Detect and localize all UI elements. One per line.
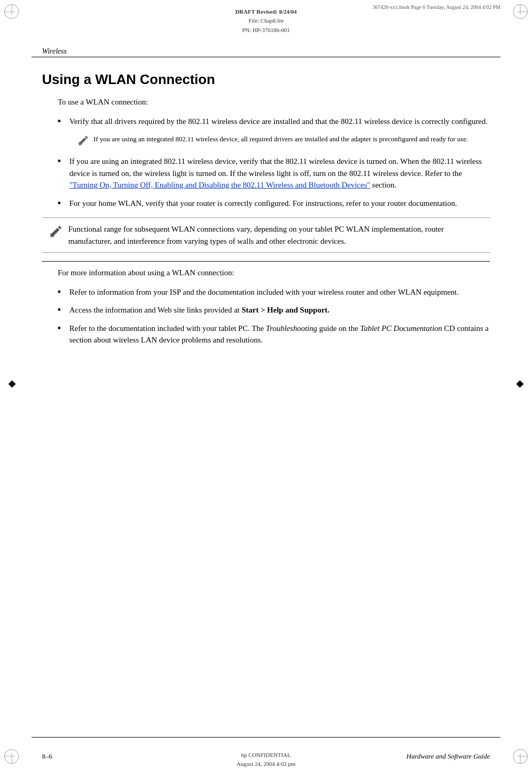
footer-page-number: 8–6 [42, 752, 53, 761]
section-divider [42, 261, 490, 262]
footer-confidential: hp CONFIDENTIAL [236, 751, 295, 760]
note-pencil-icon-2 [49, 224, 63, 238]
section-label: Wireless [42, 47, 67, 56]
footer-center: hp CONFIDENTIAL August 24, 2004 4:02 pm [236, 751, 295, 768]
side-mark-left [9, 381, 15, 387]
draft-header: DRAFT Revised: 8/24/04 File: Chap8.fm PN… [235, 7, 297, 35]
more-2-bold: Start > Help and Support. [242, 306, 329, 314]
page-title: Using a WLAN Connection [42, 71, 490, 88]
more-3-part2: guide on the [317, 324, 360, 333]
side-mark-right [517, 381, 523, 387]
bullet-2-link[interactable]: "Turning On, Turning Off, Enabling and D… [69, 181, 370, 189]
more-3-part1: Refer to the documentation included with… [69, 324, 266, 333]
bullet-item-3: For your home WLAN, verify that your rou… [58, 198, 490, 210]
bullet-1-text: Verify that all drivers required by the … [69, 117, 488, 126]
more-1-text: Refer to information from your ISP and t… [69, 288, 459, 296]
more-item-3: Refer to the documentation included with… [58, 323, 490, 346]
note-pencil-icon-1 [78, 134, 89, 146]
standalone-note-text: Functional range for subsequent WLAN con… [68, 223, 483, 247]
draft-line3: PN: HP-376186-001 [235, 26, 297, 35]
more-info-list: Refer to information from your ISP and t… [58, 286, 490, 346]
bullet-2-text-part2: section. [370, 181, 397, 189]
bullet-item-2: If you are using an integrated 802.11 wi… [58, 155, 490, 191]
more-info-intro: For more information about using a WLAN … [58, 267, 490, 279]
intro-paragraph: To use a WLAN connection: [58, 96, 490, 108]
main-content: Using a WLAN Connection To use a WLAN co… [42, 62, 490, 715]
draft-line1: DRAFT Revised: 8/24/04 [235, 7, 297, 17]
standalone-note: Functional range for subsequent WLAN con… [42, 217, 490, 253]
more-item-2: Access the information and Web site link… [58, 304, 490, 316]
bullet-2-text-part1: If you are using an integrated 802.11 wi… [69, 157, 482, 178]
more-2-text-part1: Access the information and Web site link… [69, 306, 242, 314]
more-3-italic1: Troubleshooting [266, 324, 317, 333]
bullet-list: Verify that all drivers required by the … [58, 116, 490, 210]
note-1-text: If you are using an integrated 802.11 wi… [93, 134, 468, 144]
bullet-3-text: For your home WLAN, verify that your rou… [69, 199, 457, 207]
footer-guide-title: Hardware and Software Guide [406, 752, 490, 761]
draft-line2: File: Chap8.fm [235, 16, 297, 26]
more-item-1: Refer to information from your ISP and t… [58, 286, 490, 298]
bottom-divider [32, 737, 500, 738]
page-ref: 367426-xx1.book Page 6 Tuesday, August 2… [372, 4, 500, 10]
bullet-item-1: Verify that all drivers required by the … [58, 116, 490, 150]
more-3-italic2: Tablet PC Documentation [360, 324, 442, 333]
top-divider [32, 57, 500, 57]
note-block-1: If you are using an integrated 802.11 wi… [74, 131, 490, 149]
bottom-footer: 8–6 Hardware and Software Guide hp CONFI… [0, 721, 532, 768]
footer-date: August 24, 2004 4:02 pm [236, 760, 295, 769]
